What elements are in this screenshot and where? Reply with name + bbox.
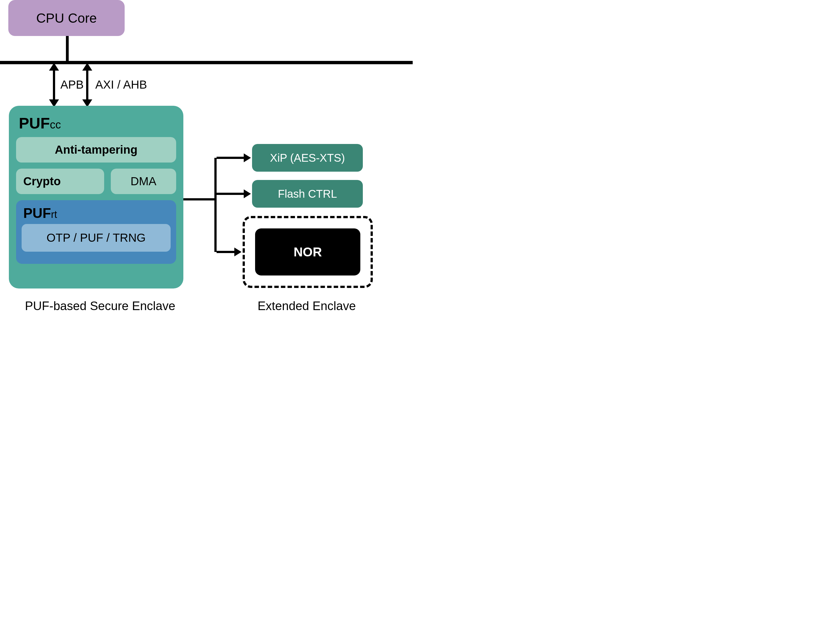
caption-secure-enclave: PUF-based Secure Enclave [25, 299, 175, 313]
caption-extended-enclave: Extended Enclave [258, 299, 356, 313]
pufrt-title: PUFrt [23, 205, 169, 221]
pufrt-title-suffix: rt [51, 209, 57, 220]
crypto-label: Crypto [23, 175, 61, 188]
arrowhead-xip-icon [244, 153, 251, 162]
cpu-core-block: CPU Core [8, 0, 124, 36]
xip-block: XiP (AES-XTS) [252, 144, 363, 172]
flash-ctrl-block: Flash CTRL [252, 180, 363, 208]
otp-puf-trng-label: OTP / PUF / TRNG [46, 231, 146, 244]
diagram-canvas: CPU Core APB AXI / AHB PUFcc Anti-tamper… [0, 0, 410, 332]
pufcc-title: PUFcc [19, 114, 174, 132]
dma-label: DMA [131, 175, 156, 188]
branch-to-nor [217, 251, 236, 253]
xip-label: XiP (AES-XTS) [270, 152, 345, 164]
nor-label: NOR [293, 244, 322, 259]
axi-ahb-label: AXI / AHB [95, 78, 147, 91]
pufcc-block: PUFcc Anti-tampering Crypto DMA PUFrt OT… [9, 106, 183, 288]
pufcc-title-suffix: cc [50, 118, 61, 131]
cpu-core-label: CPU Core [36, 11, 97, 26]
arrowhead-flash-icon [244, 189, 251, 198]
pufcc-branch-stub [183, 198, 217, 201]
apb-label: APB [60, 78, 84, 91]
pufrt-title-main: PUF [23, 205, 51, 221]
dma-block: DMA [111, 169, 176, 194]
anti-tampering-label: Anti-tampering [55, 143, 138, 156]
external-memory-group: NOR [243, 216, 373, 288]
pufcc-title-main: PUF [19, 114, 50, 132]
system-bus-line [0, 61, 413, 64]
pufcc-branch-vertical [214, 158, 217, 252]
branch-to-xip [217, 157, 245, 159]
nor-block: NOR [255, 228, 360, 276]
arrowhead-nor-icon [234, 247, 241, 256]
apb-arrow [50, 64, 58, 106]
cpu-bus-connector [66, 36, 69, 61]
pufrt-block: PUFrt OTP / PUF / TRNG [16, 200, 176, 264]
crypto-block: Crypto [16, 169, 104, 194]
otp-puf-trng-block: OTP / PUF / TRNG [22, 224, 171, 251]
flash-ctrl-label: Flash CTRL [278, 188, 337, 200]
branch-to-flash [217, 193, 245, 195]
axi-ahb-arrow [83, 64, 91, 106]
anti-tampering-block: Anti-tampering [16, 137, 176, 163]
